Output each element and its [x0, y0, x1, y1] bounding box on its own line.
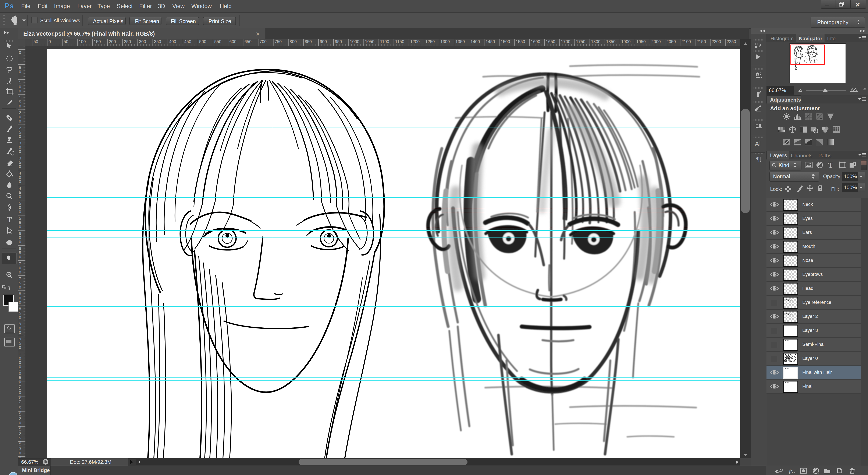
- svg-text:¶: ¶: [756, 155, 760, 163]
- svg-text:A: A: [755, 140, 759, 147]
- svg-text:T: T: [828, 161, 833, 170]
- svg-text:T: T: [7, 216, 12, 224]
- svg-text:fx: fx: [789, 468, 794, 474]
